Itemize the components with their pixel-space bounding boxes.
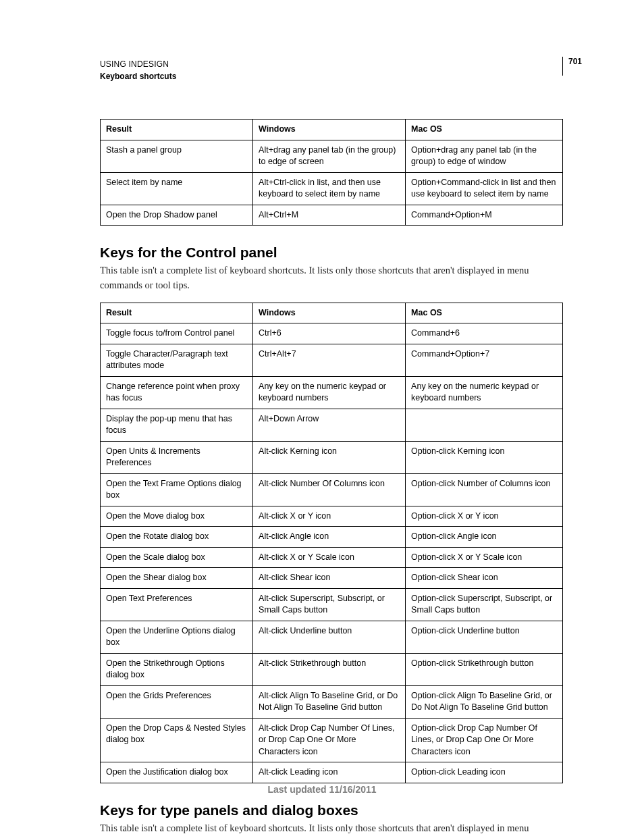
cell-result: Open the Move dialog box bbox=[101, 506, 253, 527]
cell-windows: Any key on the numeric keypad or keyboar… bbox=[253, 376, 406, 409]
col-macos: Mac OS bbox=[406, 303, 563, 323]
cell-macos: Option-click Angle icon bbox=[406, 527, 563, 548]
cell-result: Open the Justification dialog box bbox=[101, 762, 253, 783]
cell-macos: Option+drag any panel tab (in the group)… bbox=[406, 140, 563, 172]
table-row: Open the Shear dialog boxAlt-click Shear… bbox=[101, 568, 563, 589]
cell-windows: Alt-click Underline button bbox=[253, 621, 406, 653]
cell-result: Open Text Preferences bbox=[101, 588, 253, 621]
cell-result: Open the Underline Options dialog box bbox=[101, 621, 253, 653]
col-windows: Windows bbox=[253, 120, 406, 140]
table-row: Toggle focus to/from Control panelCtrl+6… bbox=[101, 323, 563, 344]
cell-result: Open the Text Frame Options dialog box bbox=[101, 473, 253, 506]
cell-macos: Any key on the numeric keypad or keyboar… bbox=[406, 376, 563, 409]
cell-windows: Alt+drag any panel tab (in the group) to… bbox=[253, 140, 406, 172]
table-row: Select item by name Alt+Ctrl-click in li… bbox=[101, 172, 563, 205]
table-row: Toggle Character/Paragraph text attribut… bbox=[101, 344, 563, 376]
cell-macos: Command+6 bbox=[406, 323, 563, 344]
footer-updated: Last updated 11/16/2011 bbox=[0, 784, 644, 795]
cell-result: Change reference point when proxy has fo… bbox=[101, 376, 253, 409]
cell-macos: Command+Option+7 bbox=[406, 344, 563, 376]
table-row: Open Units & Increments PreferencesAlt-c… bbox=[101, 441, 563, 473]
cell-windows: Alt-click Number Of Columns icon bbox=[253, 473, 406, 506]
cell-windows: Alt-click X or Y icon bbox=[253, 506, 406, 527]
cell-result: Stash a panel group bbox=[101, 140, 253, 172]
cell-windows: Alt+Down Arrow bbox=[253, 409, 406, 441]
cell-macos: Option-click Underline button bbox=[406, 621, 563, 653]
cell-macos: Option+Command-click in list and then us… bbox=[406, 172, 563, 205]
table-header-row: Result Windows Mac OS bbox=[101, 120, 563, 140]
cell-result: Open the Drop Caps & Nested Styles dialo… bbox=[101, 718, 253, 762]
table-row: Stash a panel group Alt+drag any panel t… bbox=[101, 140, 563, 172]
cell-result: Open the Rotate dialog box bbox=[101, 527, 253, 548]
cell-windows: Alt-click Kerning icon bbox=[253, 441, 406, 473]
table-row: Open the Text Frame Options dialog boxAl… bbox=[101, 473, 563, 506]
table-row: Open the Drop Shadow panel Alt+Ctrl+M Co… bbox=[101, 205, 563, 226]
cell-macos: Option-click Superscript, Subscript, or … bbox=[406, 588, 563, 621]
cell-result: Open the Scale dialog box bbox=[101, 547, 253, 568]
table-row: Open Text PreferencesAlt-click Superscri… bbox=[101, 588, 563, 621]
cell-result: Display the pop-up menu that has focus bbox=[101, 409, 253, 441]
table-row: Change reference point when proxy has fo… bbox=[101, 376, 563, 409]
table-row: Open the Move dialog boxAlt-click X or Y… bbox=[101, 506, 563, 527]
cell-macos: Option-click X or Y icon bbox=[406, 506, 563, 527]
table-row: Open the Underline Options dialog boxAlt… bbox=[101, 621, 563, 653]
cell-result: Open the Grids Preferences bbox=[101, 685, 253, 718]
cell-result: Select item by name bbox=[101, 172, 253, 205]
cell-macos: Option-click Drop Cap Number Of Lines, o… bbox=[406, 718, 563, 762]
cell-result: Toggle focus to/from Control panel bbox=[101, 323, 253, 344]
cell-windows: Alt-click Drop Cap Number Of Lines, or D… bbox=[253, 718, 406, 762]
page-header: USING INDESIGN Keyboard shortcuts 701 bbox=[100, 58, 563, 82]
cell-macos: Option-click Align To Baseline Grid, or … bbox=[406, 685, 563, 718]
table-row: Display the pop-up menu that has focusAl… bbox=[101, 409, 563, 441]
cell-result: Open the Drop Shadow panel bbox=[101, 205, 253, 226]
cell-result: Open Units & Increments Preferences bbox=[101, 441, 253, 473]
section-intro: This table isn't a complete list of keyb… bbox=[100, 263, 563, 293]
col-result: Result bbox=[101, 303, 253, 323]
cell-macos: Option-click X or Y Scale icon bbox=[406, 547, 563, 568]
col-windows: Windows bbox=[253, 303, 406, 323]
cell-windows: Alt-click Leading icon bbox=[253, 762, 406, 783]
header-product: USING INDESIGN bbox=[100, 58, 176, 70]
cell-result: Open the Shear dialog box bbox=[101, 568, 253, 589]
cell-macos: Command+Option+M bbox=[406, 205, 563, 226]
table-row: Open the Rotate dialog boxAlt-click Angl… bbox=[101, 527, 563, 548]
cell-windows: Ctrl+Alt+7 bbox=[253, 344, 406, 376]
table-header-row: Result Windows Mac OS bbox=[101, 303, 563, 323]
section-heading-control-panel: Keys for the Control panel bbox=[100, 244, 563, 261]
cell-macos: Option-click Strikethrough button bbox=[406, 653, 563, 685]
cell-windows: Alt-click Angle icon bbox=[253, 527, 406, 548]
cell-macos: Option-click Number of Columns icon bbox=[406, 473, 563, 506]
cell-macos: Option-click Shear icon bbox=[406, 568, 563, 589]
cell-windows: Alt-click Shear icon bbox=[253, 568, 406, 589]
section-heading-type-panels: Keys for type panels and dialog boxes bbox=[100, 802, 563, 818]
cell-windows: Alt+Ctrl+M bbox=[253, 205, 406, 226]
table-row: Open the Strikethrough Options dialog bo… bbox=[101, 653, 563, 685]
section-intro: This table isn't a complete list of keyb… bbox=[100, 821, 563, 835]
col-result: Result bbox=[101, 120, 253, 140]
cell-windows: Alt-click Strikethrough button bbox=[253, 653, 406, 685]
header-section: Keyboard shortcuts bbox=[100, 70, 176, 82]
cell-macos: Option-click Kerning icon bbox=[406, 441, 563, 473]
cell-macos: Option-click Leading icon bbox=[406, 762, 563, 783]
table-row: Open the Scale dialog boxAlt-click X or … bbox=[101, 547, 563, 568]
header-left: USING INDESIGN Keyboard shortcuts bbox=[100, 58, 176, 82]
shortcuts-table-panels: Result Windows Mac OS Stash a panel grou… bbox=[100, 119, 563, 226]
page-number: 701 bbox=[562, 57, 582, 76]
shortcuts-table-control-panel: Result Windows Mac OS Toggle focus to/fr… bbox=[100, 303, 563, 783]
cell-windows: Alt-click Superscript, Subscript, or Sma… bbox=[253, 588, 406, 621]
cell-windows: Alt-click X or Y Scale icon bbox=[253, 547, 406, 568]
table-row: Open the Grids PreferencesAlt-click Alig… bbox=[101, 685, 563, 718]
cell-windows: Alt+Ctrl-click in list, and then use key… bbox=[253, 172, 406, 205]
col-macos: Mac OS bbox=[406, 120, 563, 140]
table-row: Open the Justification dialog boxAlt-cli… bbox=[101, 762, 563, 783]
cell-windows: Ctrl+6 bbox=[253, 323, 406, 344]
cell-result: Toggle Character/Paragraph text attribut… bbox=[101, 344, 253, 376]
cell-result: Open the Strikethrough Options dialog bo… bbox=[101, 653, 253, 685]
cell-windows: Alt-click Align To Baseline Grid, or Do … bbox=[253, 685, 406, 718]
cell-macos bbox=[406, 409, 563, 441]
table-row: Open the Drop Caps & Nested Styles dialo… bbox=[101, 718, 563, 762]
page: USING INDESIGN Keyboard shortcuts 701 Re… bbox=[0, 0, 644, 834]
